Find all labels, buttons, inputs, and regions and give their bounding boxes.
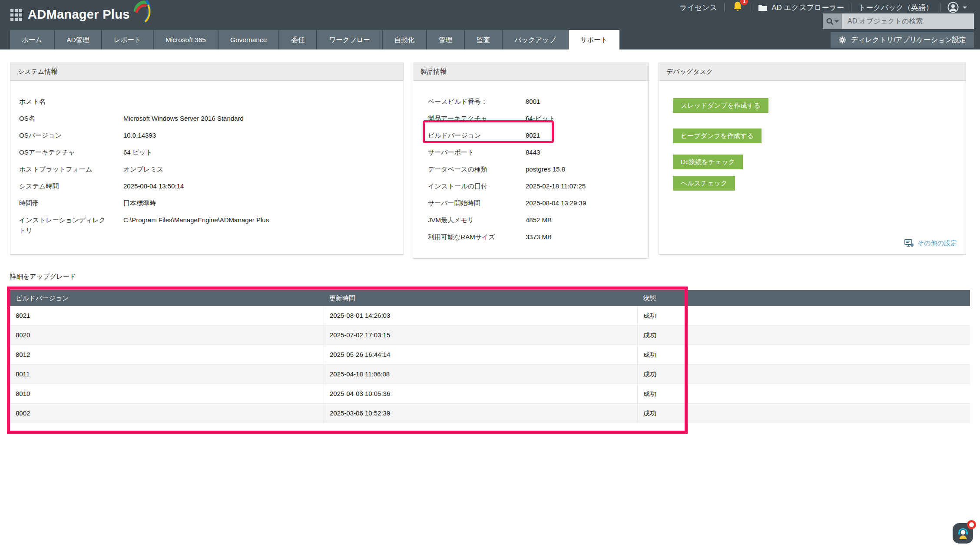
system-info-panel-title: システム情報 <box>10 63 404 81</box>
cell-build-version: 8012 <box>10 345 324 364</box>
cell-status: 成功 <box>637 345 970 364</box>
tab-microsoft-365[interactable]: Microsoft 365 <box>154 30 218 49</box>
talkback-link[interactable]: トークバック（英語） <box>851 3 940 13</box>
search-icon <box>826 18 834 25</box>
cell-build-version: 8020 <box>10 326 324 345</box>
directory-application-settings-button[interactable]: ディレクトリ/アプリケーション設定 <box>831 32 974 48</box>
create-heap-dump-button[interactable]: ヒープダンプを作成する <box>673 129 761 143</box>
support-chat-button[interactable] <box>953 523 973 544</box>
license-link[interactable]: ライセンス <box>672 3 724 13</box>
tab-reports[interactable]: レポート <box>102 30 153 49</box>
cell-status: 成功 <box>637 326 970 345</box>
cell-build-version: 8011 <box>10 365 324 384</box>
info-value: 3373 MB <box>526 232 639 242</box>
cell-status: 成功 <box>637 404 970 423</box>
info-row-os-name: OS名 Microsoft Windows Server 2016 Standa… <box>19 113 395 124</box>
info-label: OS名 <box>19 113 123 124</box>
notification-bell[interactable]: 1 <box>725 1 751 14</box>
info-label: システム時間 <box>19 181 123 191</box>
tab-home[interactable]: ホーム <box>10 30 54 49</box>
info-label: OSアーキテクチャ <box>19 147 123 158</box>
ad-explorer-link[interactable]: AD エクスプローラー <box>751 3 851 13</box>
tab-admin[interactable]: 管理 <box>427 30 464 49</box>
info-value: 2025-08-04 13:29:39 <box>526 198 639 208</box>
info-row-system-time: システム時間 2025-08-04 13:50:14 <box>19 181 395 191</box>
info-row-product-architecture: 製品アーキテクチャ 64-ビット <box>428 113 639 124</box>
apps-grid-icon[interactable] <box>10 9 22 21</box>
info-value <box>123 96 395 107</box>
info-value: 8021 <box>526 130 639 141</box>
info-label: OSバージョン <box>19 130 123 141</box>
info-row-timezone: 時間帯 日本標準時 <box>19 198 395 208</box>
product-info-panel-title: 製品情報 <box>413 63 648 81</box>
top-header-bar: ADManager Plus ライセンス 1 AD エクスプローラー <box>0 0 980 30</box>
ad-explorer-label: AD エクスプローラー <box>771 3 844 13</box>
info-value: 10.0.14393 <box>123 130 395 141</box>
tab-ad-management[interactable]: AD管理 <box>55 30 101 49</box>
table-row: 8011 2025-04-18 11:06:08 成功 <box>10 365 970 384</box>
info-row-database-type: データベースの種類 postgres 15.8 <box>428 164 639 175</box>
info-row-os-version: OSバージョン 10.0.14393 <box>19 130 395 141</box>
info-label: インストールの日付 <box>428 181 526 191</box>
cell-build-version: 8010 <box>10 384 324 403</box>
tab-audit[interactable]: 監査 <box>465 30 502 49</box>
cell-build-version: 8002 <box>10 404 324 423</box>
cell-update-time: 2025-08-01 14:26:03 <box>324 306 637 325</box>
tab-governance[interactable]: Governance <box>219 30 278 49</box>
table-row: 8002 2025-03-06 10:52:39 成功 <box>10 404 970 423</box>
settings-button-label: ディレクトリ/アプリケーション設定 <box>851 36 966 45</box>
info-label: ビルドバージョン <box>428 130 526 141</box>
debug-tasks-panel-title: デバッグタスク <box>659 63 966 81</box>
column-header-update-time: 更新時間 <box>324 290 637 306</box>
info-row-available-ram: 利用可能なRAMサイズ 3373 MB <box>428 232 639 242</box>
info-value: postgres 15.8 <box>526 164 639 175</box>
info-value: 64-ビット <box>526 113 639 124</box>
info-label: ベースビルド番号： <box>428 96 526 107</box>
logo-swoosh-icon <box>131 0 151 23</box>
tab-automation[interactable]: 自動化 <box>383 30 427 49</box>
info-label: 利用可能なRAMサイズ <box>428 232 526 242</box>
header-links: ライセンス 1 AD エクスプローラー トークバック（英語） <box>672 1 974 14</box>
cell-update-time: 2025-05-26 16:44:14 <box>324 345 637 364</box>
info-label: インストレーションディレクトリ <box>19 215 123 236</box>
cell-status: 成功 <box>637 306 970 325</box>
info-row-hostname: ホスト名 <box>19 96 395 107</box>
main-nav-tabs: ホーム AD管理 レポート Microsoft 365 Governance 委… <box>10 30 620 49</box>
tab-workflow[interactable]: ワークフロー <box>317 30 381 49</box>
debug-tasks-panel: デバッグタスク スレッドダンプを作成する ヒープダンプを作成する Dc接続をチェ… <box>659 63 966 255</box>
monitor-gear-icon <box>904 239 914 247</box>
user-menu[interactable] <box>940 2 974 13</box>
info-value: 2025-02-18 11:07:25 <box>526 181 639 191</box>
search-scope-button[interactable] <box>823 13 842 29</box>
info-label: サーバーポート <box>428 147 526 158</box>
tab-delegation[interactable]: 委任 <box>279 30 316 49</box>
notification-count-badge: 1 <box>740 0 748 5</box>
info-value: 日本標準時 <box>123 198 395 208</box>
cell-update-time: 2025-04-03 10:05:36 <box>324 384 637 403</box>
app-logo: ADManager Plus <box>28 6 151 23</box>
upgrade-details-table: ビルドバージョン 更新時間 状態 8021 2025-08-01 14:26:0… <box>10 290 970 423</box>
table-row: 8010 2025-04-03 10:05:36 成功 <box>10 384 970 404</box>
license-label: ライセンス <box>679 3 717 13</box>
talkback-label: トークバック（英語） <box>858 3 933 13</box>
user-avatar-icon <box>947 2 959 13</box>
system-info-panel: システム情報 ホスト名 OS名 Microsoft Windows Server… <box>10 63 404 255</box>
info-value: 2025-08-04 13:50:14 <box>123 181 395 191</box>
create-thread-dump-button[interactable]: スレッドダンプを作成する <box>673 98 768 113</box>
tab-support[interactable]: サポート <box>569 30 619 49</box>
info-row-host-platform: ホストプラットフォーム オンプレミス <box>19 164 395 175</box>
health-check-button[interactable]: ヘルスチェック <box>673 176 735 191</box>
search-input[interactable] <box>842 13 974 29</box>
misc-settings-link[interactable]: その他の設定 <box>904 239 957 247</box>
info-row-base-build: ベースビルド番号： 8001 <box>428 96 639 107</box>
chevron-down-icon <box>834 20 839 25</box>
product-info-panel-body: ベースビルド番号： 8001 製品アーキテクチャ 64-ビット ビルドバージョン… <box>413 81 648 242</box>
info-row-server-port: サーバーポート 8443 <box>428 147 639 158</box>
misc-settings-label: その他の設定 <box>917 239 957 247</box>
check-dc-connection-button[interactable]: Dc接続をチェック <box>673 155 743 169</box>
info-value: オンプレミス <box>123 164 395 175</box>
column-header-build-version: ビルドバージョン <box>10 290 324 306</box>
tab-backup[interactable]: バックアップ <box>503 30 567 49</box>
info-value: 64 ビット <box>123 147 395 158</box>
table-row: 8021 2025-08-01 14:26:03 成功 <box>10 306 970 326</box>
